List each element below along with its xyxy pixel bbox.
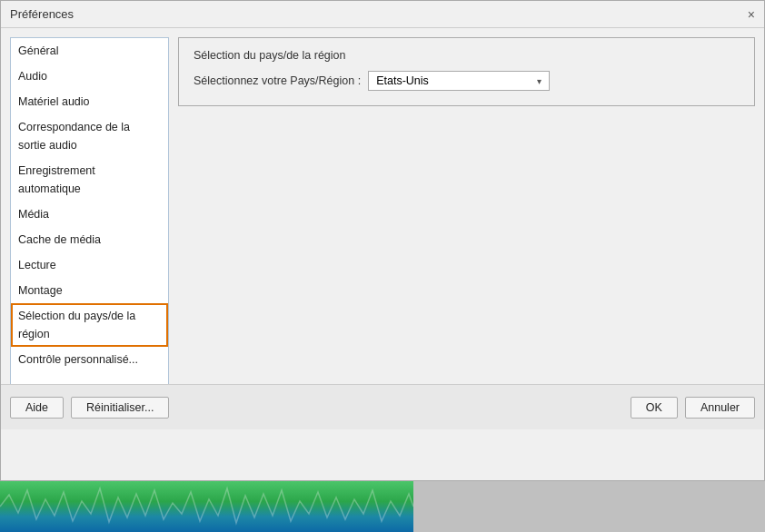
waveform-svg — [0, 481, 413, 532]
close-button[interactable]: × — [748, 8, 755, 21]
annuler-button[interactable]: Annuler — [685, 397, 755, 419]
sidebar-item-materiel-audio[interactable]: Matériel audio — [11, 89, 168, 114]
dialog-body: GénéralAudioMatériel audioCorrespondance… — [1, 28, 764, 437]
sidebar-item-cache-media[interactable]: Cache de média — [11, 227, 168, 252]
dialog-footer: Aide Réinitialiser... OK Annuler — [1, 384, 764, 429]
main-panel: Sélection du pays/de la région Sélection… — [178, 37, 755, 428]
sidebar-item-general[interactable]: Général — [11, 38, 168, 64]
sidebar-item-controle[interactable]: Contrôle personnalisé... — [11, 347, 168, 372]
dropdown-arrow-icon: ▾ — [537, 76, 541, 86]
footer-right-buttons: OK Annuler — [631, 397, 755, 419]
sidebar-item-enregistrement-automatique[interactable]: Enregistrement automatique — [11, 158, 168, 202]
footer-left-buttons: Aide Réinitialiser... — [10, 397, 169, 419]
title-bar: Préférences × — [1, 1, 764, 28]
sidebar-item-correspondance-sortie-audio[interactable]: Correspondance de la sortie audio — [11, 114, 168, 158]
group-box-legend: Sélection du pays/de la région — [194, 49, 740, 62]
preferences-dialog: Préférences × GénéralAudioMatériel audio… — [0, 0, 765, 481]
sidebar-item-media[interactable]: Média — [11, 202, 168, 227]
ok-button[interactable]: OK — [631, 397, 678, 419]
waveform-green — [0, 481, 413, 532]
sidebar-item-selection-pays[interactable]: Sélection du pays/de la région — [11, 303, 168, 347]
region-group-box: Sélection du pays/de la région Sélection… — [178, 37, 755, 106]
country-dropdown[interactable]: Etats-Unis ▾ — [368, 71, 550, 91]
waveform-right — [413, 481, 765, 532]
region-field-label: Sélectionnez votre Pays/Région : — [194, 74, 361, 87]
aide-button[interactable]: Aide — [10, 397, 64, 419]
dialog-title: Préférences — [10, 7, 74, 21]
dropdown-value: Etats-Unis — [376, 74, 530, 87]
sidebar-item-montage[interactable]: Montage — [11, 278, 168, 303]
waveform-area — [0, 481, 765, 532]
sidebar-item-lecture[interactable]: Lecture — [11, 252, 168, 278]
region-field-row: Sélectionnez votre Pays/Région : Etats-U… — [194, 71, 740, 91]
reinitialiser-button[interactable]: Réinitialiser... — [71, 397, 169, 419]
sidebar-item-audio[interactable]: Audio — [11, 64, 168, 89]
sidebar-nav: GénéralAudioMatériel audioCorrespondance… — [10, 37, 169, 428]
